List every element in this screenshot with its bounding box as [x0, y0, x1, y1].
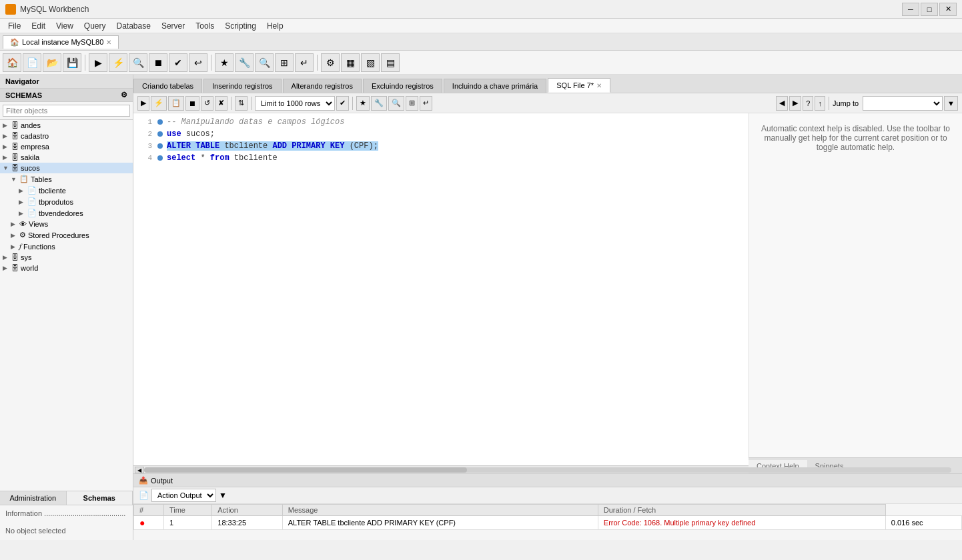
toolbar-wrap[interactable]: ↵: [295, 53, 314, 72]
menu-query[interactable]: Query: [79, 20, 111, 32]
table-tbvendedores[interactable]: ▶ 📄 tbvendedores: [0, 207, 133, 219]
instance-tab-local[interactable]: 🏠 Local instance MySQL80 ✕: [3, 35, 119, 49]
schema-world[interactable]: ▶ 🗄 world: [0, 263, 133, 273]
menu-view[interactable]: View: [51, 20, 79, 32]
tab-administration[interactable]: Administration: [0, 491, 67, 505]
sql-editor[interactable]: 1 -- Manipulando datas e campos lógicos …: [133, 113, 749, 465]
sql-tab-4[interactable]: Incluindo a chave primária: [444, 79, 546, 93]
toolbar-layout3[interactable]: ▤: [381, 53, 400, 72]
no-object-label: No object selected: [0, 521, 133, 540]
schema-empresa[interactable]: ▶ 🗄 empresa: [0, 141, 133, 152]
sql-sep3: [352, 97, 353, 110]
table-tbprodutos[interactable]: ▶ 📄 tbprodutos: [0, 196, 133, 207]
action-output-select[interactable]: Action Output: [151, 489, 216, 502]
sql-tab-5[interactable]: SQL File 7* ✕: [548, 78, 610, 93]
row-time: 18:33:25: [212, 516, 282, 530]
toolbar-layout1[interactable]: ▦: [341, 53, 360, 72]
toolbar-format[interactable]: 🔧: [235, 53, 254, 72]
menu-edit[interactable]: Edit: [26, 20, 51, 32]
tab-close[interactable]: ✕: [596, 82, 602, 89]
sql-tab-3[interactable]: Excluindo registros: [363, 79, 442, 93]
toolbar-settings[interactable]: ⚙: [321, 53, 340, 72]
toolbar-stop[interactable]: ⏹: [149, 53, 167, 72]
toolbar-grid[interactable]: ⊞: [275, 53, 294, 72]
execute-sel-btn[interactable]: ⚡: [151, 96, 167, 111]
group-views[interactable]: ▶ 👁 Views: [0, 219, 133, 229]
instance-tab-close[interactable]: ✕: [106, 39, 111, 46]
tab-label: Excluindo registros: [372, 82, 434, 90]
sql-tab-1[interactable]: Inserindo registros: [203, 79, 282, 93]
schema-cadastro[interactable]: ▶ 🗄 cadastro: [0, 131, 133, 141]
schema-name: cadastro: [21, 132, 49, 140]
toolbar-save[interactable]: 💾: [63, 53, 81, 72]
output-table-container: # Time Action Message Duration / Fetch ●…: [133, 504, 962, 540]
menu-tools[interactable]: Tools: [190, 20, 219, 32]
window-controls: ─ □ ✕: [902, 3, 957, 16]
scrollbar-thumb[interactable]: [144, 467, 467, 473]
toolbar-execute[interactable]: ▶: [89, 53, 107, 72]
stop-btn[interactable]: ⏹: [185, 96, 199, 111]
filter-input[interactable]: [3, 105, 130, 117]
output-dropdown-icon[interactable]: ▼: [219, 491, 227, 500]
db-icon: 🗄: [11, 164, 19, 172]
sql-tab-2[interactable]: Alterando registros: [283, 79, 362, 93]
next-btn[interactable]: ▶: [789, 96, 801, 111]
menu-scripting[interactable]: Scripting: [219, 20, 262, 32]
editor-line-3: 3 ALTER TABLE tbcliente ADD PRIMARY KEY …: [139, 140, 743, 152]
sp-icon: ⚙: [19, 231, 26, 239]
toolbar-commit[interactable]: ✔: [169, 53, 187, 72]
toolbar-explain[interactable]: 🔍: [129, 53, 147, 72]
commit-btn[interactable]: ↺: [201, 96, 213, 111]
wrap-btn[interactable]: ↵: [420, 96, 432, 111]
scrollbar-track[interactable]: [144, 467, 951, 473]
schema-sucos[interactable]: ▼ 🗄 sucos: [0, 163, 133, 173]
explain-btn[interactable]: 📋: [168, 96, 184, 111]
toolbar-layout2[interactable]: ▧: [361, 53, 380, 72]
table-icon: 📄: [27, 209, 37, 217]
schema-sakila[interactable]: ▶ 🗄 sakila: [0, 152, 133, 163]
toolbar-open[interactable]: 📂: [43, 53, 61, 72]
schema-sys[interactable]: ▶ 🗄 sys: [0, 252, 133, 263]
col-message: Message: [282, 505, 598, 516]
group-stored-procedures[interactable]: ▶ ⚙ Stored Procedures: [0, 229, 133, 241]
toolbar-new-sql[interactable]: 📄: [23, 53, 41, 72]
db-icon: 🗄: [11, 132, 19, 140]
schema-andes[interactable]: ▶ 🗄 andes: [0, 120, 133, 131]
prev-btn[interactable]: ◀: [776, 96, 788, 111]
limit-apply-btn[interactable]: ✔: [336, 96, 349, 111]
schemas-icon[interactable]: ⚙: [121, 91, 127, 99]
rollback-btn[interactable]: ✘: [215, 96, 227, 111]
maximize-button[interactable]: □: [921, 3, 938, 16]
auto-help-btn[interactable]: ↑: [815, 96, 825, 111]
toolbar-rollback[interactable]: ↩: [189, 53, 207, 72]
toolbar-search[interactable]: 🔍: [255, 53, 274, 72]
context-help-btn[interactable]: ?: [803, 96, 813, 111]
format-btn[interactable]: 🔧: [371, 96, 387, 111]
group-functions[interactable]: ▶ 𝑓 Functions: [0, 241, 133, 252]
tab-schemas[interactable]: Schemas: [67, 491, 133, 505]
menu-file[interactable]: File: [3, 20, 26, 32]
limit-select[interactable]: Limit to 1000 rows Limit to 200 rows Lim…: [255, 96, 335, 111]
snippets-tab[interactable]: Snippets: [807, 460, 852, 466]
scroll-left-btn[interactable]: ◀: [135, 467, 144, 473]
table-tbcliente[interactable]: ▶ 📄 tbcliente: [0, 185, 133, 196]
info-section: Information ............................…: [0, 505, 133, 521]
minimize-button[interactable]: ─: [902, 3, 919, 16]
toolbar-execute-current[interactable]: ⚡: [109, 53, 127, 72]
bookmark-btn[interactable]: ★: [356, 96, 370, 111]
grid-btn[interactable]: ⊞: [406, 96, 418, 111]
search-btn[interactable]: 🔍: [388, 96, 404, 111]
context-help-tab[interactable]: Context Help: [749, 460, 807, 466]
execute-all-btn[interactable]: ▶: [137, 96, 149, 111]
group-tables[interactable]: ▼ 📋 Tables: [0, 173, 133, 185]
toolbar-bookmark[interactable]: ★: [215, 53, 233, 72]
jump-to-select[interactable]: [863, 96, 943, 111]
menu-help[interactable]: Help: [262, 20, 289, 32]
toggle-btn[interactable]: ⇅: [235, 96, 248, 111]
sql-tab-0[interactable]: Criando tabelas: [133, 79, 202, 93]
menu-database[interactable]: Database: [111, 20, 156, 32]
menu-server[interactable]: Server: [156, 20, 190, 32]
jump-dropdown-btn[interactable]: ▼: [944, 96, 958, 111]
close-button[interactable]: ✕: [939, 3, 957, 16]
toolbar-home[interactable]: 🏠: [3, 53, 21, 72]
